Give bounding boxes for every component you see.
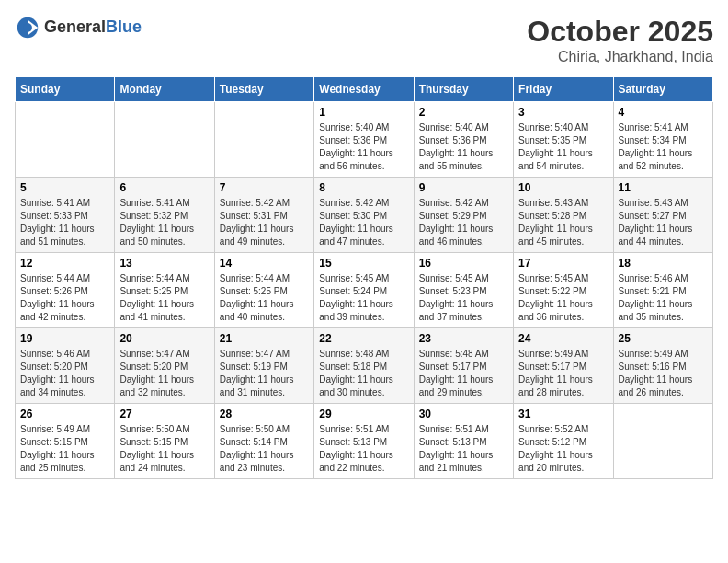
logo: GeneralBlue bbox=[15, 15, 142, 40]
day-info: Sunrise: 5:40 AM Sunset: 5:36 PM Dayligh… bbox=[319, 121, 408, 173]
calendar-cell: 19Sunrise: 5:46 AM Sunset: 5:20 PM Dayli… bbox=[16, 328, 115, 404]
day-number: 12 bbox=[20, 257, 109, 270]
day-number: 16 bbox=[419, 257, 508, 270]
day-number: 28 bbox=[220, 408, 309, 420]
day-number: 22 bbox=[319, 332, 408, 345]
day-number: 18 bbox=[619, 257, 708, 270]
calendar-cell: 11Sunrise: 5:43 AM Sunset: 5:27 PM Dayli… bbox=[613, 178, 712, 253]
logo-general: GeneralBlue bbox=[44, 18, 142, 37]
calendar-cell: 25Sunrise: 5:49 AM Sunset: 5:16 PM Dayli… bbox=[613, 328, 712, 404]
day-info: Sunrise: 5:48 AM Sunset: 5:17 PM Dayligh… bbox=[419, 348, 508, 399]
weekday-header: Thursday bbox=[414, 77, 513, 102]
day-number: 31 bbox=[518, 408, 608, 420]
day-info: Sunrise: 5:47 AM Sunset: 5:19 PM Dayligh… bbox=[220, 348, 309, 399]
calendar-cell: 30Sunrise: 5:51 AM Sunset: 5:13 PM Dayli… bbox=[414, 404, 513, 479]
month-title: October 2025 bbox=[527, 15, 713, 49]
title-block: October 2025 Chiria, Jharkhand, India bbox=[527, 15, 713, 65]
day-number: 2 bbox=[419, 106, 508, 119]
calendar-cell: 8Sunrise: 5:42 AM Sunset: 5:30 PM Daylig… bbox=[314, 178, 414, 253]
day-info: Sunrise: 5:50 AM Sunset: 5:14 PM Dayligh… bbox=[220, 423, 309, 475]
day-info: Sunrise: 5:45 AM Sunset: 5:23 PM Dayligh… bbox=[419, 272, 508, 324]
calendar-cell: 16Sunrise: 5:45 AM Sunset: 5:23 PM Dayli… bbox=[414, 253, 513, 328]
day-number: 7 bbox=[220, 181, 309, 194]
calendar-cell: 3Sunrise: 5:40 AM Sunset: 5:35 PM Daylig… bbox=[514, 102, 613, 178]
calendar-table: SundayMondayTuesdayWednesdayThursdayFrid… bbox=[15, 76, 713, 479]
day-info: Sunrise: 5:44 AM Sunset: 5:25 PM Dayligh… bbox=[220, 272, 309, 324]
day-info: Sunrise: 5:49 AM Sunset: 5:17 PM Dayligh… bbox=[518, 348, 608, 399]
weekday-header: Saturday bbox=[613, 77, 712, 102]
weekday-header: Wednesday bbox=[314, 77, 414, 102]
weekday-header: Tuesday bbox=[214, 77, 313, 102]
calendar-cell: 7Sunrise: 5:42 AM Sunset: 5:31 PM Daylig… bbox=[214, 178, 313, 253]
day-info: Sunrise: 5:43 AM Sunset: 5:28 PM Dayligh… bbox=[518, 197, 608, 248]
svg-point-2 bbox=[23, 23, 32, 32]
day-info: Sunrise: 5:42 AM Sunset: 5:31 PM Dayligh… bbox=[220, 197, 309, 248]
calendar-cell: 2Sunrise: 5:40 AM Sunset: 5:36 PM Daylig… bbox=[414, 102, 513, 178]
day-info: Sunrise: 5:49 AM Sunset: 5:15 PM Dayligh… bbox=[20, 423, 109, 475]
day-info: Sunrise: 5:41 AM Sunset: 5:32 PM Dayligh… bbox=[119, 197, 209, 248]
day-info: Sunrise: 5:44 AM Sunset: 5:25 PM Dayligh… bbox=[119, 272, 209, 324]
day-number: 21 bbox=[220, 332, 309, 345]
calendar-cell: 21Sunrise: 5:47 AM Sunset: 5:19 PM Dayli… bbox=[214, 328, 313, 404]
day-info: Sunrise: 5:41 AM Sunset: 5:34 PM Dayligh… bbox=[619, 121, 708, 173]
day-info: Sunrise: 5:40 AM Sunset: 5:35 PM Dayligh… bbox=[518, 121, 608, 173]
calendar-cell: 31Sunrise: 5:52 AM Sunset: 5:12 PM Dayli… bbox=[514, 404, 613, 479]
weekday-header: Sunday bbox=[16, 77, 115, 102]
day-info: Sunrise: 5:50 AM Sunset: 5:15 PM Dayligh… bbox=[119, 423, 209, 475]
day-info: Sunrise: 5:52 AM Sunset: 5:12 PM Dayligh… bbox=[518, 423, 608, 475]
day-info: Sunrise: 5:40 AM Sunset: 5:36 PM Dayligh… bbox=[419, 121, 508, 173]
calendar-cell bbox=[613, 404, 712, 479]
calendar-cell: 29Sunrise: 5:51 AM Sunset: 5:13 PM Dayli… bbox=[314, 404, 414, 479]
day-number: 26 bbox=[20, 408, 109, 420]
day-number: 19 bbox=[20, 332, 109, 345]
day-info: Sunrise: 5:51 AM Sunset: 5:13 PM Dayligh… bbox=[419, 423, 508, 475]
calendar-cell: 14Sunrise: 5:44 AM Sunset: 5:25 PM Dayli… bbox=[214, 253, 313, 328]
location: Chiria, Jharkhand, India bbox=[527, 49, 713, 65]
day-number: 29 bbox=[319, 408, 408, 420]
calendar-cell bbox=[214, 102, 313, 178]
day-number: 17 bbox=[518, 257, 608, 270]
day-number: 5 bbox=[20, 181, 109, 194]
day-number: 15 bbox=[319, 257, 408, 270]
page-header: GeneralBlue October 2025 Chiria, Jharkha… bbox=[15, 15, 713, 65]
day-info: Sunrise: 5:42 AM Sunset: 5:29 PM Dayligh… bbox=[419, 197, 508, 248]
day-number: 14 bbox=[220, 257, 309, 270]
day-info: Sunrise: 5:48 AM Sunset: 5:18 PM Dayligh… bbox=[319, 348, 408, 399]
day-number: 30 bbox=[419, 408, 508, 420]
calendar-cell: 18Sunrise: 5:46 AM Sunset: 5:21 PM Dayli… bbox=[613, 253, 712, 328]
day-number: 23 bbox=[419, 332, 508, 345]
calendar-cell: 22Sunrise: 5:48 AM Sunset: 5:18 PM Dayli… bbox=[314, 328, 414, 404]
logo-text: GeneralBlue bbox=[44, 18, 142, 37]
calendar-cell: 9Sunrise: 5:42 AM Sunset: 5:29 PM Daylig… bbox=[414, 178, 513, 253]
calendar-cell: 24Sunrise: 5:49 AM Sunset: 5:17 PM Dayli… bbox=[514, 328, 613, 404]
day-number: 4 bbox=[619, 106, 708, 119]
calendar-cell: 6Sunrise: 5:41 AM Sunset: 5:32 PM Daylig… bbox=[115, 178, 214, 253]
day-number: 6 bbox=[119, 181, 209, 194]
day-info: Sunrise: 5:43 AM Sunset: 5:27 PM Dayligh… bbox=[619, 197, 708, 248]
day-info: Sunrise: 5:47 AM Sunset: 5:20 PM Dayligh… bbox=[119, 348, 209, 399]
day-info: Sunrise: 5:45 AM Sunset: 5:24 PM Dayligh… bbox=[319, 272, 408, 324]
calendar-cell: 13Sunrise: 5:44 AM Sunset: 5:25 PM Dayli… bbox=[115, 253, 214, 328]
day-info: Sunrise: 5:41 AM Sunset: 5:33 PM Dayligh… bbox=[20, 197, 109, 248]
day-info: Sunrise: 5:42 AM Sunset: 5:30 PM Dayligh… bbox=[319, 197, 408, 248]
calendar-cell: 17Sunrise: 5:45 AM Sunset: 5:22 PM Dayli… bbox=[514, 253, 613, 328]
calendar-cell: 5Sunrise: 5:41 AM Sunset: 5:33 PM Daylig… bbox=[16, 178, 115, 253]
calendar-cell: 10Sunrise: 5:43 AM Sunset: 5:28 PM Dayli… bbox=[514, 178, 613, 253]
calendar-cell: 23Sunrise: 5:48 AM Sunset: 5:17 PM Dayli… bbox=[414, 328, 513, 404]
day-number: 3 bbox=[518, 106, 608, 119]
weekday-header: Friday bbox=[514, 77, 613, 102]
calendar-cell: 27Sunrise: 5:50 AM Sunset: 5:15 PM Dayli… bbox=[115, 404, 214, 479]
day-number: 25 bbox=[619, 332, 708, 345]
calendar-cell bbox=[115, 102, 214, 178]
day-info: Sunrise: 5:44 AM Sunset: 5:26 PM Dayligh… bbox=[20, 272, 109, 324]
day-info: Sunrise: 5:51 AM Sunset: 5:13 PM Dayligh… bbox=[319, 423, 408, 475]
day-info: Sunrise: 5:46 AM Sunset: 5:21 PM Dayligh… bbox=[619, 272, 708, 324]
calendar-cell: 28Sunrise: 5:50 AM Sunset: 5:14 PM Dayli… bbox=[214, 404, 313, 479]
day-number: 1 bbox=[319, 106, 408, 119]
weekday-header: Monday bbox=[115, 77, 214, 102]
day-info: Sunrise: 5:46 AM Sunset: 5:20 PM Dayligh… bbox=[20, 348, 109, 399]
calendar-cell: 20Sunrise: 5:47 AM Sunset: 5:20 PM Dayli… bbox=[115, 328, 214, 404]
day-info: Sunrise: 5:49 AM Sunset: 5:16 PM Dayligh… bbox=[619, 348, 708, 399]
day-number: 24 bbox=[518, 332, 608, 345]
calendar-cell: 12Sunrise: 5:44 AM Sunset: 5:26 PM Dayli… bbox=[16, 253, 115, 328]
